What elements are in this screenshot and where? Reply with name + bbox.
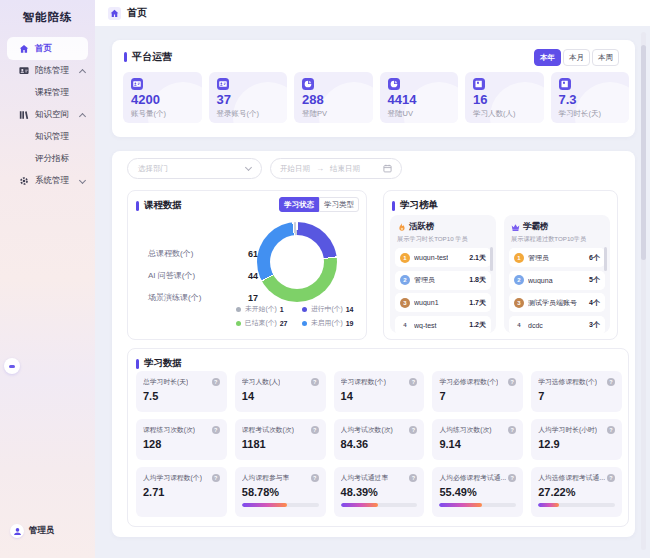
progress-track — [242, 503, 319, 507]
platform-operations-card: 平台运营 本年 本月 本周 4200 账号量(个) 37 登录账号(个) — [112, 40, 635, 137]
info-icon[interactable] — [409, 426, 417, 434]
info-icon[interactable] — [607, 474, 615, 482]
rank-item[interactable]: 4 wq-test 1.2天 — [395, 316, 491, 335]
rank-item[interactable]: 3 测试学员端账号 4个 — [509, 293, 605, 312]
title-accent-bar — [392, 201, 395, 211]
donut-hole — [270, 235, 324, 289]
section-title-learning-data: 学习数据 — [136, 357, 182, 370]
start-date-placeholder: 开始日期 — [280, 164, 310, 174]
legend-dot — [236, 321, 241, 326]
info-icon[interactable] — [311, 474, 319, 482]
title-accent-bar — [136, 359, 139, 369]
rank-item[interactable]: 1 wuqun-test 2.1天 — [395, 248, 491, 267]
sidebar-item-knowledge-space[interactable]: 知识空间 — [0, 104, 95, 126]
rank-1-medal-icon: 1 — [514, 253, 524, 263]
learners-book-icon — [473, 78, 485, 90]
summary-ai-qa-courses: AI 问答课(个) 44 — [148, 270, 258, 281]
duration-book-icon — [559, 78, 571, 90]
sidebar-item-home[interactable]: 首页 — [7, 37, 88, 60]
tab-learning-status[interactable]: 学习状态 — [279, 197, 319, 212]
rank-2-medal-icon: 2 — [514, 275, 524, 285]
app-window: 智能陪练 首页 陪练管理 课程管理 — [0, 0, 650, 558]
main-scrollbar-thumb[interactable] — [641, 45, 646, 260]
sidebar-item-label: 陪练管理 — [35, 65, 69, 77]
sidebar-item-label: 知识管理 — [35, 131, 69, 143]
tab-learning-type[interactable]: 学习类型 — [319, 197, 359, 212]
legend-in-progress: 进行中(个) 14 — [302, 304, 354, 314]
department-select[interactable]: 选择部门 — [127, 158, 262, 179]
progress-fill — [341, 503, 378, 507]
course-data-card: 课程数据 学习状态 学习类型 总课程数(个) 61 AI 问答课(个) 44 场… — [127, 190, 367, 340]
info-icon[interactable] — [311, 378, 319, 386]
tab-this-month[interactable]: 本月 — [563, 49, 590, 66]
home-icon — [18, 43, 29, 54]
summary-total-courses: 总课程数(个) 61 — [148, 248, 258, 259]
active-board-header: 活跃榜 — [395, 221, 491, 233]
date-range-picker[interactable]: 开始日期 → 结束日期 — [270, 158, 402, 179]
section-title-platform: 平台运营 — [124, 50, 172, 64]
gear-icon — [18, 176, 29, 187]
pv-pie-icon — [302, 78, 314, 90]
info-icon[interactable] — [508, 474, 516, 482]
info-icon[interactable] — [607, 426, 615, 434]
info-icon[interactable] — [212, 378, 220, 386]
rank-item[interactable]: 4 dcdc 3个 — [509, 316, 605, 335]
sidebar-item-knowledge-management[interactable]: 知识管理 — [0, 126, 95, 148]
rank-item[interactable]: 1 管理员 6个 — [509, 248, 605, 267]
rank-item[interactable]: 3 wuqun1 1.7天 — [395, 293, 491, 312]
home-icon — [108, 7, 121, 20]
stat-tile-accounts: 4200 账号量(个) — [123, 72, 202, 123]
info-icon[interactable] — [409, 474, 417, 482]
sidebar-item-score-metrics[interactable]: 评分指标 — [0, 148, 95, 170]
end-date-placeholder: 结束日期 — [330, 164, 360, 174]
rank-3-medal-icon: 3 — [514, 298, 524, 308]
rank-number: 4 — [400, 320, 410, 330]
breadcrumb[interactable]: 首页 — [127, 6, 147, 20]
stat-tile-learners: 16 学习人数(人) — [465, 72, 544, 123]
info-icon[interactable] — [508, 378, 516, 386]
user-profile[interactable]: 管理员 — [10, 524, 55, 538]
crown-icon — [511, 223, 520, 232]
title-accent-bar — [136, 201, 139, 211]
range-separator: → — [316, 164, 324, 173]
avatar — [10, 524, 24, 538]
sidebar-item-training-management[interactable]: 陪练管理 — [0, 60, 95, 82]
stat-tile-login-accounts: 37 登录账号(个) — [209, 72, 288, 123]
metric-tile: 人均学习时长(小时) 12.9 — [531, 419, 622, 460]
legend-dot — [302, 321, 307, 326]
chevron-up-icon — [79, 113, 86, 120]
chevron-down-icon — [79, 177, 86, 184]
progress-track — [538, 503, 615, 507]
board-scrollbar[interactable] — [604, 247, 607, 271]
info-icon[interactable] — [607, 378, 615, 386]
sidebar-item-label: 知识空间 — [35, 109, 69, 121]
info-icon[interactable] — [508, 426, 516, 434]
board-scrollbar[interactable] — [490, 247, 493, 271]
user-name: 管理员 — [29, 525, 55, 537]
metric-tile: 人均练习次数(次) 9.14 — [432, 419, 523, 460]
sidebar-item-system-management[interactable]: 系统管理 — [0, 170, 95, 192]
ranking-card: 学习榜单 活跃榜 展示学习时长TOP10 学员 1 wuqun-test 2.1… — [383, 190, 618, 340]
info-icon[interactable] — [212, 426, 220, 434]
progress-track — [439, 503, 516, 507]
info-icon[interactable] — [409, 378, 417, 386]
sidebar-item-course-management[interactable]: 课程管理 — [0, 82, 95, 104]
info-icon[interactable] — [212, 474, 220, 482]
uv-pie-icon — [388, 78, 400, 90]
stat-tile-duration: 7.3 学习时长(天) — [551, 72, 630, 123]
learning-data-grid: 总学习时长(天) 7.5 学习人数(人) 14 学习课程数(个) 14 学习必修… — [136, 371, 622, 517]
sidebar-collapse-button[interactable] — [4, 358, 20, 374]
rank-item[interactable]: 2 wuquna 5个 — [509, 271, 605, 290]
top-learner-board-header: 学霸榜 — [509, 221, 605, 233]
tab-this-year[interactable]: 本年 — [534, 49, 561, 66]
platform-stats: 4200 账号量(个) 37 登录账号(个) 288 登陆PV — [123, 72, 629, 123]
tab-this-week[interactable]: 本周 — [592, 49, 619, 66]
metric-tile: 学习选修课程数(个) 7 — [531, 371, 622, 412]
sidebar-item-label: 评分指标 — [35, 153, 69, 165]
rank-item[interactable]: 2 管理员 1.8天 — [395, 271, 491, 290]
metric-tile: 学习人数(人) 14 — [235, 371, 326, 412]
account-card-icon — [131, 78, 143, 90]
chevron-down-icon — [245, 164, 252, 171]
info-icon[interactable] — [311, 426, 319, 434]
learning-data-card: 学习数据 总学习时长(天) 7.5 学习人数(人) 14 学习课程数(个) 14… — [127, 348, 629, 527]
